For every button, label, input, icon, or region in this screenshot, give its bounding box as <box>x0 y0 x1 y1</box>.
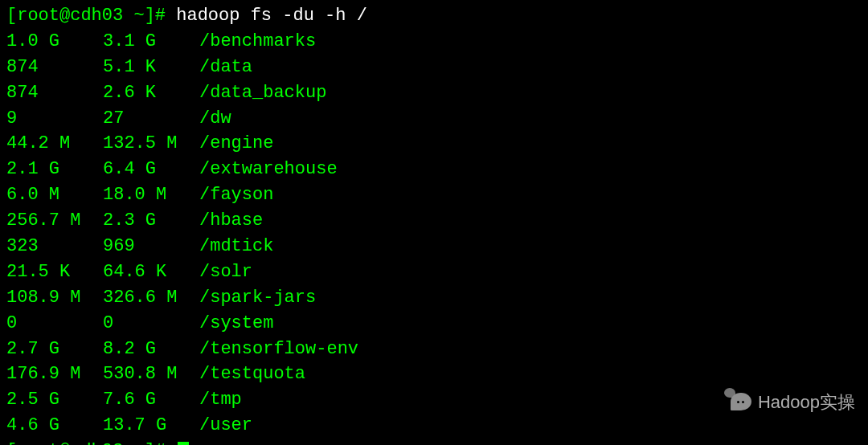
disk-size-col: 530.8 M <box>103 361 199 387</box>
output-row: 256.7 M2.3 G/hbase <box>6 208 862 234</box>
prompt-line-2: [root@cdh03 ~]# <box>6 439 862 445</box>
disk-size-col: 13.7 G <box>103 413 199 439</box>
path-col: /benchmarks <box>199 29 862 55</box>
size-col: 9 <box>6 106 103 132</box>
size-col: 2.7 G <box>6 337 103 362</box>
output-row: 44.2 M132.5 M/engine <box>6 131 862 157</box>
size-col: 874 <box>6 80 103 106</box>
output-row: 927/dw <box>6 106 862 132</box>
output-row: 1.0 G3.1 G/benchmarks <box>6 29 862 55</box>
path-col: /hbase <box>199 208 862 234</box>
size-col: 2.5 G <box>6 387 103 413</box>
disk-size-col: 18.0 M <box>103 182 199 208</box>
path-col: /fayson <box>199 182 862 208</box>
size-col: 2.1 G <box>6 157 103 182</box>
output-row: 6.0 M18.0 M/fayson <box>6 182 862 208</box>
size-col: 1.0 G <box>6 29 103 55</box>
output-row: 2.7 G8.2 G/tensorflow-env <box>6 337 862 362</box>
watermark-label: Hadoop实操 <box>758 390 855 415</box>
disk-size-col: 2.3 G <box>103 208 199 234</box>
path-col: /dw <box>199 106 862 132</box>
path-col: /system <box>199 311 862 337</box>
size-col: 323 <box>6 234 103 259</box>
output-row: 176.9 M530.8 M/testquota <box>6 361 862 387</box>
output-row: 2.1 G6.4 G/extwarehouse <box>6 157 862 182</box>
output-row: 108.9 M326.6 M/spark-jars <box>6 285 862 311</box>
path-col: /spark-jars <box>199 285 862 311</box>
size-col: 6.0 M <box>6 182 103 208</box>
size-col: 44.2 M <box>6 131 103 157</box>
size-col: 256.7 M <box>6 208 103 234</box>
disk-size-col: 2.6 K <box>103 80 199 106</box>
command-text: hadoop fs -du -h / <box>176 6 367 26</box>
shell-prompt: [root@cdh03 ~]# <box>6 441 166 445</box>
output-row: 00/system <box>6 311 862 337</box>
path-col: /engine <box>199 131 862 157</box>
disk-size-col: 5.1 K <box>103 55 199 80</box>
disk-size-col: 326.6 M <box>103 285 199 311</box>
wechat-icon <box>724 388 753 417</box>
size-col: 4.6 G <box>6 413 103 439</box>
size-col: 176.9 M <box>6 361 103 387</box>
path-col: /data_backup <box>199 80 862 106</box>
disk-size-col: 27 <box>103 106 199 132</box>
disk-size-col: 64.6 K <box>103 259 199 285</box>
output-row: 8742.6 K/data_backup <box>6 80 862 106</box>
disk-size-col: 7.6 G <box>103 387 199 413</box>
path-col: /extwarehouse <box>199 157 862 182</box>
size-col: 108.9 M <box>6 285 103 311</box>
cursor-icon <box>178 442 189 445</box>
prompt-line-1: [root@cdh03 ~]# hadoop fs -du -h / <box>6 3 862 29</box>
disk-size-col: 132.5 M <box>103 131 199 157</box>
path-col: /user <box>199 413 862 439</box>
path-col: /data <box>199 55 862 80</box>
shell-prompt: [root@cdh03 ~]# <box>6 6 166 26</box>
path-col: /solr <box>199 259 862 285</box>
disk-size-col: 8.2 G <box>103 337 199 362</box>
size-col: 21.5 K <box>6 259 103 285</box>
disk-size-col: 969 <box>103 234 199 259</box>
disk-size-col: 6.4 G <box>103 157 199 182</box>
output-row: 21.5 K64.6 K/solr <box>6 259 862 285</box>
size-col: 0 <box>6 311 103 337</box>
path-col: /testquota <box>199 361 862 387</box>
disk-size-col: 3.1 G <box>103 29 199 55</box>
size-col: 874 <box>6 55 103 80</box>
watermark: Hadoop实操 <box>724 388 855 417</box>
path-col: /tensorflow-env <box>199 337 862 362</box>
disk-size-col: 0 <box>103 311 199 337</box>
output-row: 323969/mdtick <box>6 234 862 259</box>
path-col: /mdtick <box>199 234 862 259</box>
output-row: 4.6 G13.7 G/user <box>6 413 862 439</box>
terminal-window[interactable]: [root@cdh03 ~]# hadoop fs -du -h / 1.0 G… <box>0 0 868 445</box>
output-row: 8745.1 K/data <box>6 55 862 80</box>
